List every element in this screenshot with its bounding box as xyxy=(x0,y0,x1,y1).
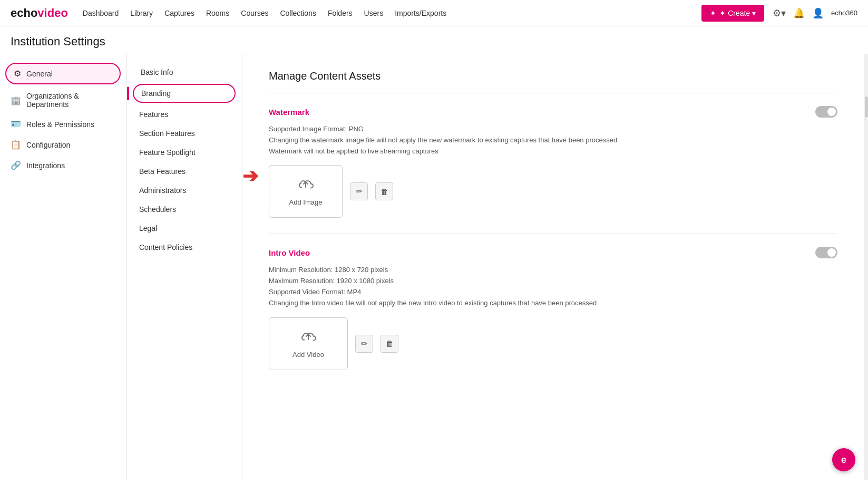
nav-captures[interactable]: Captures xyxy=(164,9,194,17)
nav-links: Dashboard Library Captures Rooms Courses… xyxy=(83,9,701,17)
config-icon: 📋 xyxy=(11,140,21,150)
gear-icon: ⚙ xyxy=(14,69,21,79)
intro-video-section: Intro Video Minimum Resolution: 1280 x 7… xyxy=(269,247,837,370)
arrow-indicator: ➔ xyxy=(242,165,258,187)
sidebar-item-config[interactable]: 📋 Configuration xyxy=(0,134,126,155)
org-icon: 🏢 xyxy=(11,95,21,105)
watermark-upload-row: Add Image ✏ 🗑 xyxy=(269,165,837,218)
nav-collections[interactable]: Collections xyxy=(280,9,316,17)
nav-users[interactable]: Users xyxy=(364,9,384,17)
upload-cloud-icon xyxy=(297,177,314,195)
sidebar-item-integrations[interactable]: 🔗 Integrations xyxy=(0,155,126,176)
intro-video-header: Intro Video xyxy=(269,247,837,258)
nav-rooms[interactable]: Rooms xyxy=(206,9,229,17)
content-area: ⚙ General 🏢 Organizations & Departments … xyxy=(0,54,868,480)
sidebar-left: ⚙ General 🏢 Organizations & Departments … xyxy=(0,54,126,480)
sub-item-administrators[interactable]: Administrators xyxy=(126,181,242,200)
nav-courses[interactable]: Courses xyxy=(241,9,268,17)
sidebar-label-config: Configuration xyxy=(26,141,70,149)
section-title: Manage Content Assets xyxy=(269,70,837,82)
main-content: ➔ Manage Content Assets Watermark Suppor… xyxy=(242,54,864,480)
watermark-edit-button[interactable]: ✏ xyxy=(350,182,368,200)
logo-video: video xyxy=(37,6,67,20)
sub-item-feature-spotlight[interactable]: Feature Spotlight xyxy=(126,143,242,162)
sidebar-label-roles: Roles & Permissions xyxy=(26,120,94,129)
fab-button[interactable]: e xyxy=(832,448,855,471)
nav-folders[interactable]: Folders xyxy=(328,9,353,17)
sidebar-item-general[interactable]: ⚙ General xyxy=(5,63,121,84)
upload-cloud-video-icon xyxy=(300,329,317,347)
create-button[interactable]: ✦ ✦ Create ▾ xyxy=(701,5,764,22)
user-label: echo360 xyxy=(831,9,857,17)
sidebar-label-general: General xyxy=(26,70,53,78)
nav-imports[interactable]: Imports/Exports xyxy=(395,9,446,17)
sub-item-basic-info[interactable]: Basic Info xyxy=(126,63,242,82)
intro-delete-button[interactable]: 🗑 xyxy=(381,335,398,353)
intro-video-label: Intro Video xyxy=(269,248,310,257)
nav-library[interactable]: Library xyxy=(130,9,153,17)
intro-upload-row: Add Video ✏ 🗑 xyxy=(269,317,837,370)
page-title: Institution Settings xyxy=(11,35,857,49)
nav-dashboard[interactable]: Dashboard xyxy=(83,9,119,17)
sub-item-features[interactable]: Features xyxy=(126,105,242,124)
fab-label: e xyxy=(841,454,846,466)
sidebar-label-orgs: Organizations & Departments xyxy=(26,92,115,109)
sub-item-branding[interactable]: Branding xyxy=(133,84,236,103)
intro-desc-4: Changing the Intro video file will not a… xyxy=(269,298,837,309)
user-icon[interactable]: 👤 xyxy=(812,7,824,19)
intro-video-toggle[interactable] xyxy=(815,247,837,258)
watermark-delete-button[interactable]: 🗑 xyxy=(375,182,393,200)
sidebar-item-orgs[interactable]: 🏢 Organizations & Departments xyxy=(0,86,126,114)
integrations-icon: 🔗 xyxy=(11,160,21,170)
create-icon: ✦ xyxy=(710,9,716,17)
intro-desc-1: Minimum Resolution: 1280 x 720 pixels xyxy=(269,265,837,276)
divider-mid xyxy=(269,234,837,234)
bell-icon[interactable]: 🔔 xyxy=(793,7,805,19)
logo: echo video xyxy=(11,6,68,20)
create-label: ✦ Create ▾ xyxy=(719,9,756,17)
top-nav: echo video Dashboard Library Captures Ro… xyxy=(0,0,868,26)
intro-desc-3: Supported Video Format: MP4 xyxy=(269,287,837,298)
add-video-box[interactable]: Add Video xyxy=(269,317,348,370)
page-title-bar: Institution Settings xyxy=(0,26,868,54)
add-video-label: Add Video xyxy=(292,351,324,359)
scrollbar-thumb[interactable] xyxy=(865,96,868,118)
nav-right: ⚙▾ 🔔 👤 echo360 xyxy=(773,7,857,19)
intro-edit-button[interactable]: ✏ xyxy=(355,335,373,353)
sidebar-item-roles[interactable]: 🪪 Roles & Permissions xyxy=(0,114,126,134)
sub-item-section-features[interactable]: Section Features xyxy=(126,124,242,143)
watermark-header: Watermark xyxy=(269,106,837,118)
sub-item-content-policies[interactable]: Content Policies xyxy=(126,238,242,257)
settings-icon[interactable]: ⚙▾ xyxy=(773,7,786,19)
add-image-label: Add Image xyxy=(289,198,323,206)
watermark-label: Watermark xyxy=(269,108,309,117)
watermark-desc-2: Changing the watermark image file will n… xyxy=(269,135,837,146)
intro-desc-2: Maximum Resolution: 1920 x 1080 pixels xyxy=(269,276,837,287)
watermark-toggle[interactable] xyxy=(815,106,837,118)
add-image-box[interactable]: Add Image xyxy=(269,165,343,218)
sub-item-beta-features[interactable]: Beta Features xyxy=(126,162,242,181)
sidebar-label-integrations: Integrations xyxy=(26,161,65,170)
sidebar-sub: Basic Info Branding Features Section Fea… xyxy=(126,54,242,480)
roles-icon: 🪪 xyxy=(11,119,21,129)
divider-top xyxy=(269,93,837,93)
watermark-desc-3: Watermark will not be applied to live st… xyxy=(269,146,837,157)
scrollbar[interactable] xyxy=(864,54,868,480)
sub-item-legal[interactable]: Legal xyxy=(126,219,242,238)
watermark-desc-1: Supported Image Format: PNG xyxy=(269,124,837,135)
sub-item-schedulers[interactable]: Schedulers xyxy=(126,200,242,219)
watermark-section: Watermark Supported Image Format: PNG Ch… xyxy=(269,106,837,218)
logo-echo: echo xyxy=(11,6,37,20)
